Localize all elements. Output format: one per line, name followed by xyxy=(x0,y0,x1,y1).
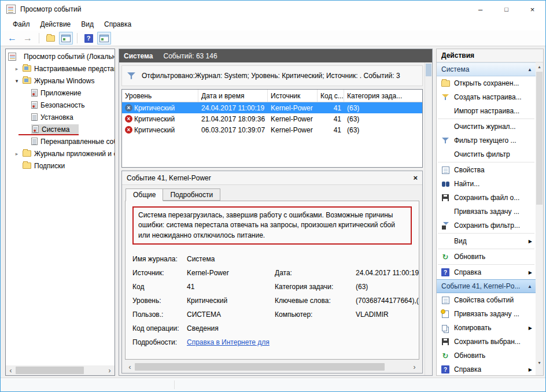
column-header-date[interactable]: Дата и время xyxy=(198,90,268,102)
help-button[interactable]: ? xyxy=(82,32,95,45)
action-label: Обновить xyxy=(454,253,485,261)
filter-summary-bar: Отфильтровано:Журнал: System; Уровень: К… xyxy=(121,65,423,86)
menu-file[interactable]: Файл xyxy=(8,18,35,31)
scroll-left-icon[interactable]: ‹ xyxy=(125,362,135,372)
custom-views-folder-icon xyxy=(23,65,31,72)
close-details-icon[interactable]: × xyxy=(413,173,418,182)
action-save-filter[interactable]: Сохранить фильтр... xyxy=(437,219,536,232)
tree-item-label: Журналы приложений и сл xyxy=(34,150,115,158)
action-help-event[interactable]: ? Справка ▶ xyxy=(437,363,536,375)
minimize-button[interactable]: – xyxy=(467,1,493,18)
action-refresh[interactable]: ↻ Обновить xyxy=(437,250,536,264)
submenu-arrow-icon: ▶ xyxy=(529,326,532,331)
event-row[interactable]: ×Критический 06.03.2017 10:39:07 Kernel-… xyxy=(122,124,422,135)
column-header-task-category[interactable]: Категория зада... xyxy=(344,90,422,102)
tree-item-label: Журналы Windows xyxy=(34,77,94,85)
export-log-button[interactable] xyxy=(43,32,57,45)
menu-view[interactable]: Вид xyxy=(76,18,99,31)
action-open-saved-log[interactable]: Открыть сохранен... xyxy=(437,76,536,90)
column-header-level[interactable]: Уровень xyxy=(122,90,198,102)
action-help[interactable]: ? Справка ▶ xyxy=(437,265,536,279)
column-header-source[interactable]: Источник xyxy=(268,90,318,102)
status-bar-divider xyxy=(174,380,175,389)
selected-tree-item: Система xyxy=(31,124,79,135)
tree-item-windows-logs[interactable]: ▾ Журналы Windows xyxy=(6,75,115,87)
action-attach-task-to-log[interactable]: Привязать задачу ... xyxy=(437,205,536,219)
back-button[interactable]: ← xyxy=(5,32,19,45)
event-row[interactable]: ×Критический 24.04.2017 11:00:19 Kernel-… xyxy=(122,102,422,113)
tree-horizontal-scrollbar[interactable]: ‹ › xyxy=(6,365,115,375)
menu-action[interactable]: Действие xyxy=(35,18,76,31)
tab-general[interactable]: Общие xyxy=(126,188,163,201)
chevron-right-icon[interactable]: ▸ xyxy=(14,151,20,157)
event-row[interactable]: ×Критический 21.04.2017 18:09:36 Kernel-… xyxy=(122,113,422,124)
scroll-left-icon[interactable]: ‹ xyxy=(6,365,16,375)
action-attach-task-to-event[interactable]: Привязать задачу ... xyxy=(437,307,536,321)
tab-details[interactable]: Подробности xyxy=(163,188,220,201)
action-label: Вид xyxy=(454,237,467,245)
tree-item-label: Система xyxy=(42,125,69,134)
action-clear-log[interactable]: Очистить журнал... xyxy=(437,120,536,134)
tree-item-forwarded-events[interactable]: Перенаправленные соб xyxy=(6,135,115,147)
actions-section-system[interactable]: Система ▲ xyxy=(437,62,536,76)
maximize-button[interactable]: □ xyxy=(493,1,519,18)
toolbar-separator xyxy=(77,33,78,43)
online-help-link[interactable]: Справка в Интернете для xyxy=(187,338,270,346)
scrollbar-thumb[interactable] xyxy=(16,367,84,374)
field-value: Критический xyxy=(187,297,275,305)
forward-button[interactable]: → xyxy=(21,32,35,45)
close-button[interactable]: × xyxy=(519,1,545,18)
scroll-down-icon[interactable]: ▾ xyxy=(536,358,543,367)
action-label: Справка xyxy=(454,365,481,373)
collapse-icon[interactable]: ▲ xyxy=(527,284,532,289)
column-header-event-id[interactable]: Код с... xyxy=(318,90,344,102)
menu-help[interactable]: Справка xyxy=(99,18,136,31)
action-view[interactable]: Вид ▶ xyxy=(437,234,536,248)
tree-item-security[interactable]: Безопасность xyxy=(6,99,115,111)
tree-item-root[interactable]: Просмотр событий (Локальны xyxy=(6,50,115,62)
action-find[interactable]: Найти... xyxy=(437,177,536,191)
scrollbar-thumb[interactable] xyxy=(426,64,431,76)
tree-item-label: Безопасность xyxy=(40,101,85,109)
tree-item-setup[interactable]: Установка xyxy=(6,111,115,123)
details-horizontal-scrollbar[interactable]: ‹ › xyxy=(125,362,419,372)
submenu-arrow-icon: ▶ xyxy=(529,239,532,244)
action-import-custom-view[interactable]: Импорт настраива... xyxy=(437,104,536,118)
scroll-right-icon[interactable]: › xyxy=(105,365,115,375)
log-panel-vertical-scrollbar[interactable] xyxy=(425,62,432,375)
action-label: Сохранить файл о... xyxy=(454,194,519,202)
scrollbar-thumb[interactable] xyxy=(135,363,385,371)
actions-vertical-scrollbar[interactable]: ▴ ▾ xyxy=(536,62,543,375)
action-properties[interactable]: Свойства xyxy=(437,163,536,177)
action-copy[interactable]: Копировать ▶ xyxy=(437,321,536,335)
tree-item-label: Просмотр событий (Локальны xyxy=(24,53,115,61)
tree-item-system[interactable]: Система xyxy=(6,123,115,135)
action-refresh-event[interactable]: ↻ Обновить xyxy=(437,349,536,363)
show-action-pane-button[interactable] xyxy=(97,32,111,45)
tree-item-app-service-logs[interactable]: ▸ Журналы приложений и сл xyxy=(6,147,115,160)
action-event-properties[interactable]: Свойства событий xyxy=(437,293,536,307)
action-label: Свойства xyxy=(454,166,485,174)
actions-panel: Действия Система ▲ Открыть сохранен... С… xyxy=(436,49,544,376)
tree-item-subscriptions[interactable]: Подписки xyxy=(6,160,115,172)
event-viewer-icon xyxy=(8,53,16,61)
scrollbar-thumb[interactable] xyxy=(536,72,543,205)
scroll-right-icon[interactable]: › xyxy=(410,362,419,372)
collapse-icon[interactable]: ▲ xyxy=(527,67,532,72)
action-save-selected-events[interactable]: Сохранить выбран... xyxy=(437,335,536,349)
field-label: Уровень: xyxy=(132,297,187,305)
action-filter-current-log[interactable]: Фильтр текущего ... xyxy=(437,134,536,147)
tree-item-application[interactable]: Приложение xyxy=(6,87,115,99)
action-create-custom-view[interactable]: Создать настраива... xyxy=(437,90,536,104)
actions-separator xyxy=(438,264,534,265)
chevron-down-icon[interactable]: ▾ xyxy=(14,78,20,84)
events-table-header: Уровень Дата и время Источник Код с... К… xyxy=(122,90,422,102)
tree-item-label: Подписки xyxy=(34,162,65,170)
chevron-right-icon[interactable]: ▸ xyxy=(14,66,20,72)
tree-item-custom-views[interactable]: ▸ Настраиваемые представле xyxy=(6,62,115,75)
action-clear-filter[interactable]: Очистить фильтр xyxy=(437,147,536,161)
actions-section-event[interactable]: Событие 41, Kernel-Po... ▲ xyxy=(437,279,536,293)
show-console-tree-button[interactable] xyxy=(59,32,73,45)
scroll-up-icon[interactable]: ▴ xyxy=(536,62,543,71)
action-save-all-events[interactable]: Сохранить файл о... xyxy=(437,191,536,205)
